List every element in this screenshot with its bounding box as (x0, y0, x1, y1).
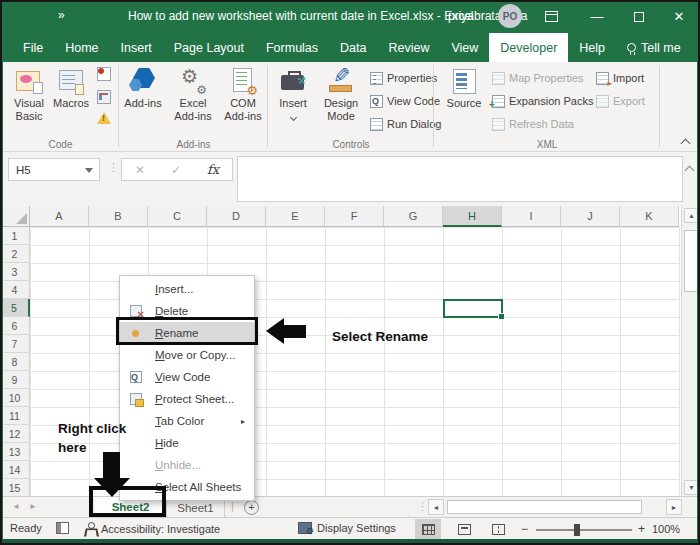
column-header-e[interactable]: E (266, 206, 325, 227)
status-bar: Ready Accessibility: Investigate Display… (0, 517, 700, 540)
ribbon-tab-home[interactable]: Home (54, 33, 109, 62)
row-header-12[interactable]: 12 (0, 425, 30, 443)
column-header-a[interactable]: A (30, 206, 89, 227)
avatar[interactable]: PO (498, 4, 522, 28)
ribbon-tab-page-layout[interactable]: Page Layout (163, 33, 255, 62)
excel-addins-button[interactable]: ⚙⚙ Excel Add-ins (167, 65, 219, 123)
ribbon-tab-help[interactable]: Help (568, 33, 616, 62)
ribbon-tab-view[interactable]: View (440, 33, 489, 62)
relative-references-icon[interactable] (97, 90, 111, 104)
bulb-icon (627, 43, 636, 52)
macro-record-button[interactable] (56, 522, 69, 534)
cancel-icon[interactable]: ✕ (135, 163, 145, 177)
row-header-2[interactable]: 2 (0, 245, 30, 263)
horizontal-scroll-thumb[interactable] (447, 500, 642, 514)
record-macro-icon[interactable] (97, 67, 111, 81)
design-mode-button[interactable]: ✎ Design Mode (316, 65, 366, 123)
name-box-dropdown-icon[interactable] (85, 168, 93, 173)
maximize-button[interactable] (622, 0, 656, 33)
context-menu-item-insert[interactable]: Insert... (120, 278, 254, 300)
collapse-ribbon-icon[interactable] (682, 137, 690, 145)
row-header-1[interactable]: 1 (0, 227, 30, 245)
visual-basic-button[interactable]: Visual Basic (4, 65, 54, 123)
context-menu-item-protect-sheet[interactable]: Protect Sheet... (120, 388, 254, 410)
row-header-15[interactable]: 15 (0, 479, 30, 497)
ribbon-tab-developer[interactable]: Developer (489, 33, 568, 62)
ribbon-tab-file[interactable]: File (12, 33, 54, 62)
zoom-in-button[interactable]: + (638, 522, 645, 536)
quick-access-toolbar-icon[interactable]: » (58, 8, 64, 22)
maximize-icon (634, 12, 644, 22)
row-header-8[interactable]: 8 (0, 353, 30, 371)
ribbon-tab-formulas[interactable]: Formulas (255, 33, 329, 62)
ribbon-display-options-button[interactable] (534, 0, 568, 33)
scroll-left-icon[interactable]: ◄ (428, 499, 444, 515)
page-layout-view-button[interactable] (451, 519, 477, 540)
view-code-button[interactable]: Q View Code (370, 93, 440, 109)
ribbon-tab-share[interactable]: Share (692, 33, 700, 62)
context-menu-item-tab-color[interactable]: Tab Color▸ (120, 410, 254, 432)
zoom-out-button[interactable]: − (521, 522, 528, 536)
import-button[interactable]: ▸ Import (596, 70, 644, 86)
accessibility-status[interactable]: Accessibility: Investigate (84, 522, 220, 535)
row-header-6[interactable]: 6 (0, 317, 30, 335)
select-all-corner[interactable] (0, 206, 30, 227)
column-header-b[interactable]: B (89, 206, 148, 227)
ribbon-tab-review[interactable]: Review (377, 33, 440, 62)
column-header-d[interactable]: D (207, 206, 266, 227)
minimize-button[interactable]: — (580, 0, 614, 33)
row-header-13[interactable]: 13 (0, 443, 30, 461)
insert-function-icon[interactable]: fx (207, 162, 219, 177)
zoom-slider-thumb[interactable] (574, 524, 580, 536)
scroll-right-icon[interactable]: ► (666, 499, 682, 515)
name-box[interactable]: H5 (8, 158, 100, 181)
ribbon-tab-insert[interactable]: Insert (110, 33, 163, 62)
ribbon-group-controls: ⚒ Insert ✎ Design Mode Properties Q View… (270, 62, 432, 151)
com-addins-button[interactable]: ⚙ COM Add-ins (220, 65, 266, 123)
display-settings-button[interactable]: Display Settings (298, 522, 396, 534)
column-header-i[interactable]: I (502, 206, 561, 227)
row-header-10[interactable]: 10 (0, 389, 30, 407)
column-header-f[interactable]: F (325, 206, 384, 227)
properties-button[interactable]: Properties (370, 70, 437, 86)
row-header-4[interactable]: 4 (0, 281, 30, 299)
close-button[interactable]: ✕ (662, 0, 696, 33)
context-menu-item-move-or-copy[interactable]: Move or Copy... (120, 344, 254, 366)
row-header-11[interactable]: 11 (0, 407, 30, 425)
macros-button[interactable]: Macros (50, 65, 92, 110)
addins-button[interactable]: Add-ins (122, 65, 164, 110)
new-sheet-button[interactable]: + (244, 500, 259, 515)
source-button[interactable]: Source (442, 65, 486, 110)
row-header-5[interactable]: 5 (0, 299, 30, 317)
row-header-3[interactable]: 3 (0, 263, 30, 281)
ribbon-display-options-icon (545, 11, 558, 22)
previous-sheet-icon[interactable]: ◄ (12, 502, 20, 511)
formula-input[interactable] (237, 156, 683, 202)
selected-cell-H5[interactable] (443, 299, 503, 318)
context-menu-item-hide[interactable]: Hide (120, 432, 254, 454)
column-header-k[interactable]: K (620, 206, 679, 227)
expansion-packs-button[interactable]: + Expansion Packs (492, 93, 593, 109)
next-sheet-icon[interactable]: ► (29, 502, 37, 511)
zoom-level[interactable]: 100% (652, 523, 680, 535)
column-header-c[interactable]: C (148, 206, 207, 227)
column-header-g[interactable]: G (384, 206, 443, 227)
ribbon-tab-data[interactable]: Data (329, 33, 377, 62)
zoom-slider-track[interactable] (536, 529, 632, 531)
annotation-down-arrow (103, 452, 120, 479)
row-header-9[interactable]: 9 (0, 371, 30, 389)
tab-scroll-dots-icon[interactable]: ⋮ (417, 500, 428, 513)
row-header-14[interactable]: 14 (0, 461, 30, 479)
enter-icon[interactable]: ✓ (171, 163, 181, 177)
context-menu-item-view-code[interactable]: View Code (120, 366, 254, 388)
row-header-7[interactable]: 7 (0, 335, 30, 353)
column-header-j[interactable]: J (561, 206, 620, 227)
insert-control-button[interactable]: ⚒ Insert (272, 65, 314, 123)
ribbon-tab-tell-me[interactable]: Tell me (616, 33, 692, 62)
run-dialog-button[interactable]: Run Dialog (370, 116, 441, 132)
expand-formula-bar-icon[interactable] (686, 164, 694, 172)
normal-view-button[interactable] (415, 519, 441, 540)
column-header-h[interactable]: H (443, 206, 502, 227)
macro-security-warning-icon[interactable] (97, 112, 111, 124)
page-break-view-button[interactable] (485, 519, 511, 540)
